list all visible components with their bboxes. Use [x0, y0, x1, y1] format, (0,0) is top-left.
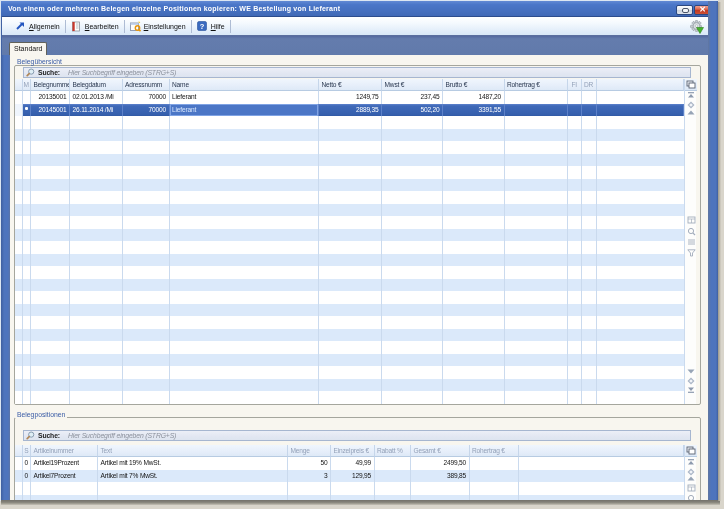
grid-cell — [505, 216, 569, 229]
grid-cell — [319, 379, 382, 392]
grid-cell — [70, 279, 123, 292]
grid-cell — [505, 241, 569, 254]
empty-row — [15, 154, 685, 167]
column-header-menge[interactable]: Menge — [288, 445, 331, 458]
grid-cell — [582, 104, 597, 117]
column-header-rabatt-[interactable]: Rabatt % — [375, 445, 412, 458]
table-row[interactable]: 0Artikel19ProzentArtikel mit 19% MwSt.50… — [15, 457, 685, 470]
column-header-einzelpreis-[interactable]: Einzelpreis € — [331, 445, 375, 458]
empty-row — [15, 179, 685, 192]
grid-cell — [597, 291, 685, 304]
column-header-brutto-[interactable]: Brutto € — [443, 79, 505, 92]
row-up-icon[interactable] — [686, 110, 696, 115]
grid-cell — [505, 116, 569, 129]
window-title: Von einem oder mehreren Belegen einzelne… — [8, 5, 340, 12]
column-chooser-icon[interactable] — [685, 445, 697, 458]
grid-cell — [319, 341, 382, 354]
sum-rows-icon[interactable] — [686, 239, 696, 246]
scroll-to-top-icon[interactable] — [686, 459, 696, 465]
grid-cell — [597, 141, 685, 154]
empty-row — [15, 254, 685, 267]
grid-cell — [319, 266, 382, 279]
table-row[interactable]: 0Artikel7ProzentArtikel mit 7% MwSt.3129… — [15, 470, 685, 483]
grid-cell — [505, 91, 569, 104]
grid-cell — [382, 316, 443, 329]
search-input[interactable]: Suche:Hier Suchbegriff eingeben (STRG+S) — [23, 67, 691, 78]
tab-standard[interactable]: Standard — [9, 42, 47, 56]
empty-row — [15, 116, 685, 129]
grid-cell — [375, 457, 412, 470]
record-diamond-icon[interactable] — [686, 377, 696, 385]
grid-cell — [70, 254, 123, 267]
grid-cell — [319, 316, 382, 329]
column-header-m[interactable]: M — [23, 79, 32, 92]
grid-cell — [15, 154, 23, 167]
column-header-text[interactable]: Text — [98, 445, 288, 458]
toolbar-button-hilfe[interactable]: ?Hilfe — [193, 18, 229, 34]
grid-cell — [15, 341, 23, 354]
column-header-fi[interactable]: FI — [568, 79, 582, 92]
column-header-rohertrag-[interactable]: Rohertrag € — [470, 445, 519, 458]
column-chooser-icon[interactable] — [685, 79, 697, 92]
grid-cell — [15, 204, 23, 217]
grid-cell: 3 — [288, 470, 331, 483]
grid-cell — [123, 266, 170, 279]
grid-cell — [70, 379, 123, 392]
grid-cell — [582, 116, 597, 129]
grid-cell: 1487,20 — [443, 91, 505, 104]
grid-cell — [382, 216, 443, 229]
grid-cell — [23, 316, 32, 329]
search-placeholder: Hier Suchbegriff eingeben (STRG+S) — [68, 69, 176, 76]
grid-cell — [123, 141, 170, 154]
grid-cell: 02.01.2013 /Mi — [70, 91, 123, 104]
toolbar-button-bearbeiten[interactable]: Bearbeiten — [67, 18, 123, 34]
toolbar-button-label: Bearbeiten — [85, 23, 119, 30]
row-up-icon[interactable] — [686, 476, 696, 481]
grid-cell — [597, 216, 685, 229]
record-diamond-icon[interactable] — [686, 101, 696, 109]
column-header-belegdatum[interactable]: Belegdatum — [70, 79, 123, 92]
table-row[interactable]: 2013500102.01.2013 /Mi70000Lieferant1249… — [15, 91, 685, 104]
gear-green-arrow-icon[interactable] — [690, 20, 704, 34]
search-lens-icon[interactable] — [686, 227, 696, 236]
toolbar-button-einstellungen[interactable]: Einstellungen — [126, 18, 190, 34]
column-header-dr[interactable]: DR — [582, 79, 597, 92]
grid-cell — [505, 354, 569, 367]
grid-cell — [123, 254, 170, 267]
grid-cell — [597, 154, 685, 167]
column-header-mwst-[interactable]: Mwst € — [382, 79, 443, 92]
filter-funnel-icon[interactable] — [686, 249, 696, 257]
grid-cell — [23, 279, 32, 292]
grid-cell — [170, 129, 320, 142]
grid-cell — [70, 166, 123, 179]
restore-button[interactable] — [676, 5, 693, 15]
toolbar-button-allgemein[interactable]: Allgemein — [11, 18, 64, 34]
grid-cell — [319, 254, 382, 267]
column-header-rohertrag-[interactable]: Rohertrag € — [505, 79, 569, 92]
column-header-netto-[interactable]: Netto € — [319, 79, 382, 92]
grid-cell — [319, 304, 382, 317]
row-down-icon[interactable] — [686, 369, 696, 374]
column-header-s[interactable]: S — [23, 445, 32, 458]
grid-window-icon[interactable] — [686, 216, 696, 224]
grid-cell — [31, 329, 70, 342]
grid-cell — [70, 316, 123, 329]
grid-cell — [375, 470, 412, 483]
column-header-name[interactable]: Name — [170, 79, 320, 92]
column-header-adressnumm[interactable]: Adressnumm — [123, 79, 170, 92]
grid-cell — [15, 229, 23, 242]
grid-cell: 0 — [23, 457, 32, 470]
search-input[interactable]: Suche:Hier Suchbegriff eingeben (STRG+S) — [23, 430, 691, 441]
table-row[interactable]: 2014500126.11.2014 /Mi70000Lieferant2889… — [15, 104, 685, 117]
column-header-gesamt-[interactable]: Gesamt € — [411, 445, 470, 458]
column-header-belegnumme[interactable]: Belegnumme — [31, 79, 70, 92]
scroll-to-top-icon[interactable] — [686, 92, 696, 98]
grid-cell — [505, 154, 569, 167]
scroll-to-bottom-icon[interactable] — [686, 387, 696, 393]
grid-cell — [23, 104, 32, 117]
grid-window-icon[interactable] — [686, 484, 696, 492]
grid-cell — [123, 291, 170, 304]
record-diamond-icon[interactable] — [686, 468, 696, 476]
column-header-artikelnummer[interactable]: Artikelnummer — [31, 445, 98, 458]
grid-cell: 2499,50 — [411, 457, 470, 470]
